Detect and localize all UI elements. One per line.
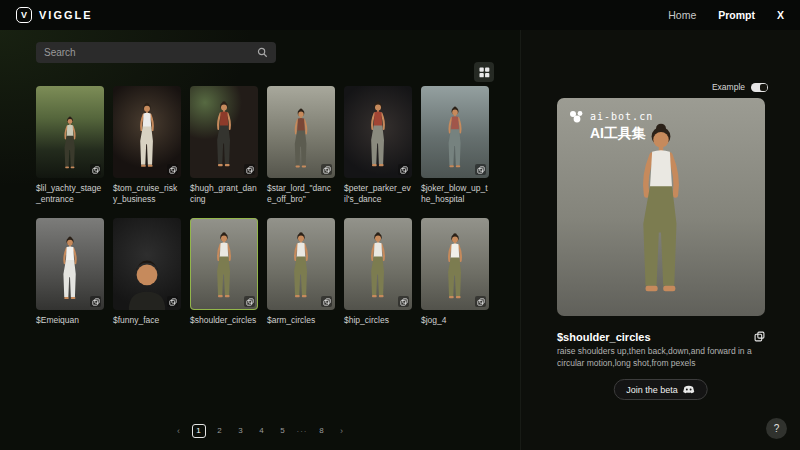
example-toggle[interactable] [751, 83, 768, 92]
detail-description: raise shoulders up,then back,down,and fo… [557, 346, 765, 369]
grid-view-toggle[interactable] [474, 62, 494, 82]
thumb-jog-4[interactable] [421, 218, 489, 310]
detail-title: $shoulder_circles [557, 331, 651, 343]
item-label: $shoulder_circles [190, 315, 258, 326]
example-label: Example [712, 82, 745, 92]
item-label: $joker_blow_up_the_hospital [421, 183, 489, 205]
watermark-logo-icon [569, 110, 585, 123]
page-8[interactable]: 8 [315, 424, 329, 438]
watermark-brand: ai-bot.cn [590, 111, 653, 122]
gallery-item: $star_lord_"dance_off_bro" [267, 86, 335, 205]
gallery-item: $Emeiquan [36, 218, 104, 326]
thumb-star-lord[interactable] [267, 86, 335, 178]
copy-icon[interactable] [244, 164, 255, 175]
copy-icon[interactable] [321, 296, 332, 307]
item-label: $hugh_grant_dancing [190, 183, 258, 205]
thumb-funny-face[interactable] [113, 218, 181, 310]
thumb-joker[interactable] [421, 86, 489, 178]
gallery-panel: $lil_yachty_stage_entrance $tom_cruise_r… [0, 30, 520, 450]
item-label: $peter_parker_evil's_dance [344, 183, 412, 205]
top-nav: Home Prompt X [668, 9, 784, 21]
brand-name: VIGGLE [39, 9, 93, 21]
copy-icon[interactable] [475, 296, 486, 307]
thumb-peter-parker[interactable] [344, 86, 412, 178]
page-ellipsis: ··· [297, 427, 308, 436]
item-label: $jog_4 [421, 315, 489, 326]
gallery-item: $arm_circles [267, 218, 335, 326]
copy-icon[interactable] [321, 164, 332, 175]
page-1[interactable]: 1 [192, 424, 206, 438]
discord-icon [683, 385, 695, 394]
search-input[interactable] [44, 47, 257, 58]
item-label: $Emeiquan [36, 315, 104, 326]
detail-panel: Example ai-bot.cn AI工具集 $shoulder_circle… [520, 30, 800, 450]
viggle-logo-icon: V [16, 7, 32, 23]
viggle-logo[interactable]: V VIGGLE [16, 7, 93, 23]
page-2[interactable]: 2 [213, 424, 227, 438]
copy-prompt-icon[interactable] [754, 328, 765, 346]
thumb-emeiquan[interactable] [36, 218, 104, 310]
thumb-hugh-grant[interactable] [190, 86, 258, 178]
template-grid: $lil_yachty_stage_entrance $tom_cruise_r… [36, 86, 489, 326]
gallery-item: $hugh_grant_dancing [190, 86, 258, 205]
item-label: $funny_face [113, 315, 181, 326]
copy-icon[interactable] [398, 296, 409, 307]
item-label: $tom_cruise_risky_business [113, 183, 181, 205]
search-icon [257, 47, 268, 58]
preview-image[interactable]: ai-bot.cn AI工具集 [557, 98, 765, 316]
item-label: $lil_yachty_stage_entrance [36, 183, 104, 205]
copy-icon[interactable] [167, 164, 178, 175]
character-figure [622, 122, 700, 310]
nav-home[interactable]: Home [668, 9, 696, 21]
copy-icon[interactable] [167, 296, 178, 307]
gallery-item: $peter_parker_evil's_dance [344, 86, 412, 205]
copy-icon[interactable] [475, 164, 486, 175]
copy-icon[interactable] [398, 164, 409, 175]
thumb-arm-circles[interactable] [267, 218, 335, 310]
help-button[interactable]: ? [766, 418, 787, 439]
gallery-item: $lil_yachty_stage_entrance [36, 86, 104, 205]
thumb-lil-yachty[interactable] [36, 86, 104, 178]
copy-icon[interactable] [90, 296, 101, 307]
search-bar[interactable] [36, 42, 276, 63]
item-label: $star_lord_"dance_off_bro" [267, 183, 335, 205]
copy-icon[interactable] [244, 296, 255, 307]
pagination: ‹ 1 2 3 4 5 ··· 8 › [0, 424, 520, 438]
item-label: $hip_circles [344, 315, 412, 326]
copy-icon[interactable] [90, 164, 101, 175]
page-4[interactable]: 4 [255, 424, 269, 438]
page-3[interactable]: 3 [234, 424, 248, 438]
thumb-hip-circles[interactable] [344, 218, 412, 310]
join-beta-label: Join the beta [626, 385, 678, 395]
example-row: Example [712, 82, 768, 92]
gallery-item: $shoulder_circles [190, 218, 258, 326]
page-next-icon[interactable]: › [336, 426, 348, 436]
nav-x[interactable]: X [777, 9, 784, 21]
detail-title-row: $shoulder_circles [557, 328, 765, 346]
gallery-item: $joker_blow_up_the_hospital [421, 86, 489, 205]
thumb-tom-cruise[interactable] [113, 86, 181, 178]
join-beta-button[interactable]: Join the beta [613, 379, 708, 400]
header: V VIGGLE Home Prompt X [0, 0, 800, 30]
gallery-item: $funny_face [113, 218, 181, 326]
thumb-shoulder-circles[interactable] [190, 218, 258, 310]
grid-icon [479, 67, 490, 78]
gallery-item: $tom_cruise_risky_business [113, 86, 181, 205]
page-prev-icon[interactable]: ‹ [173, 426, 185, 436]
gallery-item: $hip_circles [344, 218, 412, 326]
item-label: $arm_circles [267, 315, 335, 326]
gallery-item: $jog_4 [421, 218, 489, 326]
page-5[interactable]: 5 [276, 424, 290, 438]
nav-prompt[interactable]: Prompt [718, 9, 755, 21]
